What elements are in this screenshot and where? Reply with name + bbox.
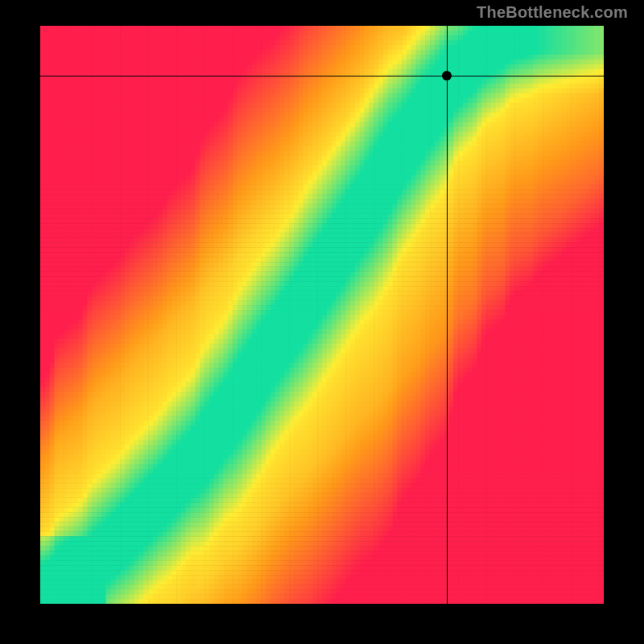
chart-container: TheBottleneck.com (0, 0, 644, 644)
crosshair-horizontal (40, 76, 604, 77)
heatmap-canvas (40, 26, 604, 604)
heatmap-plot (40, 26, 604, 604)
attribution-text: TheBottleneck.com (477, 3, 628, 22)
crosshair-vertical (447, 26, 448, 604)
selection-marker (442, 71, 452, 80)
